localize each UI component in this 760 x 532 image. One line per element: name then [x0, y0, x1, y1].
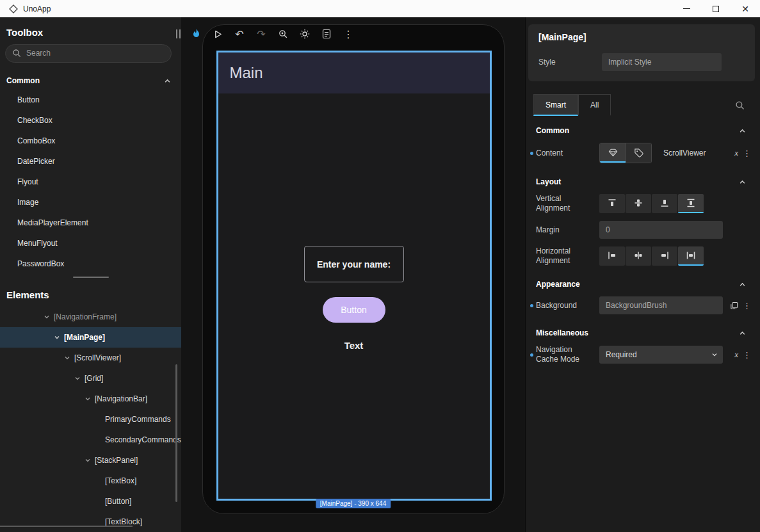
tree-item-primarycommands[interactable]: PrimaryCommands: [0, 409, 181, 430]
search-input[interactable]: [26, 49, 165, 58]
toolbox-item-flyout[interactable]: Flyout: [0, 172, 181, 192]
toolbox-section-common[interactable]: Common: [0, 72, 181, 90]
tree-item-stackpanel[interactable]: [StackPanel]: [0, 450, 181, 471]
more-options-button[interactable]: ⋮: [340, 26, 357, 42]
preview-navbar[interactable]: Main: [218, 52, 490, 93]
chevron-down-icon[interactable]: [64, 355, 70, 361]
tree-vertical-scrollbar[interactable]: [175, 364, 177, 502]
panel-splitter[interactable]: [0, 274, 181, 280]
toolbox-item-button[interactable]: Button: [0, 90, 181, 110]
align-top-icon[interactable]: [599, 194, 625, 213]
tree-item-textbox[interactable]: [TextBox]: [0, 471, 181, 491]
chevron-down-icon[interactable]: [74, 375, 81, 382]
chevron-down-icon[interactable]: [85, 457, 91, 463]
background-value: BackgroundBrush: [606, 301, 667, 310]
tree-item-label: [NavigationFrame]: [54, 312, 117, 321]
toolbox-item-combobox[interactable]: ComboBox: [0, 131, 181, 151]
chevron-up-icon: [739, 127, 746, 134]
tree-item-label: [TextBox]: [105, 476, 136, 485]
property-search-icon[interactable]: [735, 101, 752, 110]
tree-item-grid[interactable]: [Grid]: [0, 368, 181, 389]
preview-textbox[interactable]: Enter your name:: [304, 246, 404, 282]
background-input[interactable]: BackgroundBrush: [599, 296, 723, 314]
chevron-up-icon: [739, 281, 746, 288]
preview-textbox-label: Enter your name:: [317, 259, 391, 270]
element-inspect-icon[interactable]: [275, 26, 291, 42]
horizontal-alignment-label: Horizontal Alignment: [536, 246, 599, 266]
tree-item-label: [Grid]: [85, 374, 103, 383]
play-button[interactable]: [209, 26, 226, 42]
tab-smart[interactable]: Smart: [533, 94, 578, 116]
resource-copy-icon[interactable]: [730, 302, 738, 310]
section-layout[interactable]: Layout: [526, 167, 760, 190]
maximize-button[interactable]: [701, 0, 731, 17]
property-more-button[interactable]: ⋮: [743, 301, 751, 310]
hot-reload-flame-icon[interactable]: [188, 26, 204, 42]
redo-button[interactable]: ↷: [253, 26, 270, 42]
binding-fx-button[interactable]: x: [734, 148, 738, 158]
property-more-button[interactable]: ⋮: [743, 149, 751, 158]
feedback-form-icon[interactable]: [318, 26, 335, 42]
toolbar-drag-handle-icon[interactable]: [174, 26, 182, 42]
background-label: Background: [536, 301, 599, 310]
close-button[interactable]: ✕: [731, 0, 760, 17]
preview-button[interactable]: Button: [323, 297, 385, 323]
navigation-cache-mode-dropdown[interactable]: Required: [599, 346, 723, 364]
toolbox-item-mediaplayerelement[interactable]: MediaPlayerElement: [0, 213, 181, 233]
tree-item-textblock[interactable]: [TextBlock]: [0, 512, 181, 532]
horizontal-alignment-group: [599, 246, 704, 266]
tree-item-navigationbar[interactable]: [NavigationBar]: [0, 389, 181, 409]
undo-button[interactable]: ↶: [231, 26, 248, 42]
property-more-button[interactable]: ⋮: [743, 350, 751, 360]
align-bottom-icon[interactable]: [652, 194, 677, 213]
toolbox-search[interactable]: [5, 44, 172, 63]
minimize-button[interactable]: [672, 0, 701, 17]
align-vcenter-icon[interactable]: [626, 194, 651, 213]
style-input[interactable]: Implicit Style: [602, 53, 722, 71]
margin-input[interactable]: 0: [599, 221, 723, 239]
tree-item-label: [ScrollViewer]: [74, 353, 121, 362]
property-row-content: Content ScrollViewer x ⋮: [526, 139, 760, 167]
content-editor-toggle: [599, 143, 652, 163]
app-logo-icon: [9, 4, 18, 13]
tree-item-label: [TextBlock]: [105, 517, 142, 526]
tree-item-label: [Button]: [105, 497, 131, 506]
align-right-icon[interactable]: [652, 246, 677, 266]
chevron-up-icon: [739, 330, 746, 337]
chevron-down-icon[interactable]: [54, 334, 60, 341]
gem-template-icon[interactable]: [600, 143, 626, 163]
toolbox-item-image[interactable]: Image: [0, 192, 181, 213]
tree-horizontal-scrollbar[interactable]: [0, 526, 133, 527]
tree-item-scrollviewer[interactable]: [ScrollViewer]: [0, 348, 181, 368]
preview-textblock[interactable]: Text: [344, 340, 364, 351]
left-panel: Toolbox Common Button CheckBox ComboBox …: [0, 17, 181, 532]
binding-fx-button[interactable]: x: [734, 350, 738, 360]
section-appearance[interactable]: Appearance: [526, 270, 760, 293]
preview-page-title: Main: [230, 64, 263, 82]
align-left-icon[interactable]: [599, 246, 625, 266]
tree-item-secondarycommands[interactable]: SecondaryCommands: [0, 430, 181, 450]
property-row-margin: Margin 0: [526, 217, 760, 243]
content-value[interactable]: ScrollViewer: [663, 149, 706, 157]
tree-item-mainpage[interactable]: [MainPage]: [0, 327, 181, 348]
theme-sun-icon[interactable]: [296, 26, 313, 42]
section-miscellaneous[interactable]: Miscellaneous: [526, 318, 760, 341]
preview-body[interactable]: Enter your name: Button Text: [218, 93, 490, 499]
tab-all[interactable]: All: [578, 94, 611, 116]
tag-icon[interactable]: [626, 143, 651, 163]
toolbox-item-menuflyout[interactable]: MenuFlyout: [0, 233, 181, 254]
toolbox-item-datepicker[interactable]: DatePicker: [0, 151, 181, 172]
align-vstretch-icon[interactable]: [678, 194, 704, 213]
toolbox-item-passwordbox[interactable]: PasswordBox: [0, 254, 181, 274]
tree-item-button[interactable]: [Button]: [0, 491, 181, 512]
tree-item-navigationframe[interactable]: [NavigationFrame]: [0, 307, 181, 327]
chevron-down-icon[interactable]: [85, 396, 91, 402]
align-hcenter-icon[interactable]: [626, 246, 651, 266]
page-preview[interactable]: Main Enter your name: Button Text: [216, 51, 492, 501]
chevron-down-icon: [711, 351, 718, 358]
chevron-down-icon[interactable]: [44, 314, 50, 320]
window-title: UnoApp: [23, 4, 51, 13]
align-hstretch-icon[interactable]: [678, 246, 704, 266]
section-common[interactable]: Common: [526, 116, 760, 139]
toolbox-item-checkbox[interactable]: CheckBox: [0, 110, 181, 131]
